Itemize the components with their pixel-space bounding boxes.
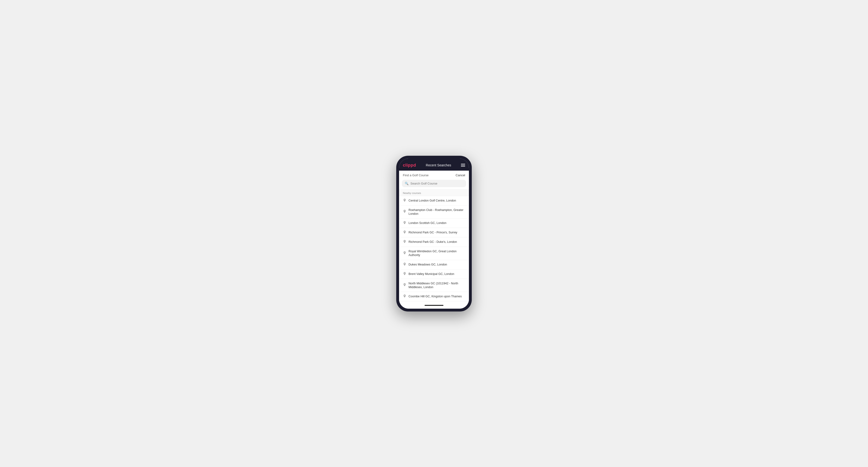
course-name-text: Coombe Hill GC, Kingston upon Thames <box>408 294 462 298</box>
course-list-item[interactable]: Roehampton Club - Roehampton, Greater Lo… <box>399 206 469 219</box>
location-pin-icon <box>403 283 406 287</box>
phone-screen: clippd Recent Searches Find a Golf Cours… <box>399 159 469 309</box>
phone-device: clippd Recent Searches Find a Golf Cours… <box>396 156 472 311</box>
location-pin-icon <box>403 210 406 214</box>
course-list-item[interactable]: Richmond Park GC - Prince's, Surrey <box>399 228 469 238</box>
course-list-item[interactable]: Dukes Meadows GC, London <box>399 260 469 270</box>
nav-bar: clippd Recent Searches <box>399 159 469 170</box>
location-pin-icon <box>403 251 406 255</box>
course-list-item[interactable]: North Middlesex GC (1011942 - North Midd… <box>399 279 469 292</box>
course-name-text: Richmond Park GC - Prince's, Surrey <box>408 230 457 234</box>
course-name-text: Dukes Meadows GC, London <box>408 262 447 267</box>
location-pin-icon <box>403 199 406 203</box>
search-container: 🔍 <box>399 179 469 189</box>
course-list-item[interactable]: Royal Wimbledon GC, Great London Authori… <box>399 247 469 260</box>
menu-line-3 <box>461 166 465 166</box>
course-list-item[interactable]: Central London Golf Centre, London <box>399 196 469 206</box>
course-list: Central London Golf Centre, London Roeha… <box>399 196 469 302</box>
course-name-text: Richmond Park GC - Duke's, London <box>408 240 457 244</box>
find-course-header: Find a Golf Course Cancel <box>399 170 469 179</box>
nearby-label: Nearby courses <box>399 189 469 196</box>
location-pin-icon <box>403 294 406 299</box>
find-course-title: Find a Golf Course <box>403 174 429 177</box>
search-box: 🔍 <box>402 180 466 187</box>
location-pin-icon <box>403 240 406 244</box>
menu-line-2 <box>461 165 465 165</box>
course-name-text: Roehampton Club - Roehampton, Greater Lo… <box>408 208 465 216</box>
app-logo: clippd <box>403 163 416 168</box>
location-pin-icon <box>403 221 406 225</box>
course-name-text: Central London Golf Centre, London <box>408 199 456 203</box>
menu-line-1 <box>461 164 465 164</box>
nearby-section: Nearby courses Central London Golf Centr… <box>399 189 469 303</box>
course-name-text: Brent Valley Municipal GC, London <box>408 272 454 276</box>
course-list-item[interactable]: London Scottish GC, London <box>399 219 469 228</box>
cancel-button[interactable]: Cancel <box>456 174 465 177</box>
phone-notch <box>425 161 443 162</box>
location-pin-icon <box>403 272 406 276</box>
course-name-text: North Middlesex GC (1011942 - North Midd… <box>408 282 465 289</box>
home-bar <box>425 305 443 306</box>
nav-title: Recent Searches <box>426 163 451 167</box>
home-indicator <box>399 303 469 309</box>
course-list-item[interactable]: Brent Valley Municipal GC, London <box>399 270 469 279</box>
search-input[interactable] <box>410 182 463 185</box>
course-list-item[interactable]: Coombe Hill GC, Kingston upon Thames <box>399 292 469 301</box>
course-name-text: Royal Wimbledon GC, Great London Authori… <box>408 249 465 257</box>
menu-icon[interactable] <box>461 164 465 166</box>
course-name-text: London Scottish GC, London <box>408 221 446 225</box>
course-list-item[interactable]: Richmond Park GC - Duke's, London <box>399 238 469 247</box>
search-icon: 🔍 <box>405 182 408 185</box>
location-pin-icon <box>403 262 406 267</box>
location-pin-icon <box>403 230 406 235</box>
content-area: Find a Golf Course Cancel 🔍 Nearby cours… <box>399 170 469 303</box>
